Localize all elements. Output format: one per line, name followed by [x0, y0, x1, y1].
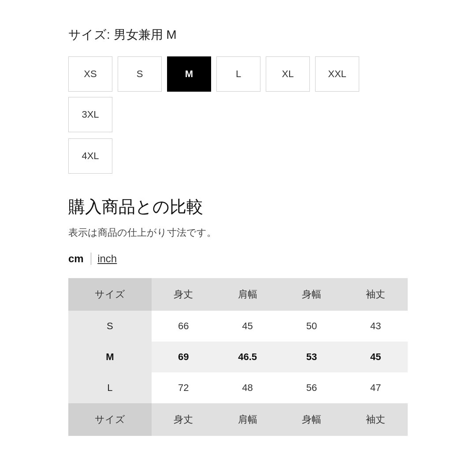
table-cell-value: 48 [216, 372, 279, 403]
table-row-highlighted: M 69 46.5 53 45 [68, 342, 408, 372]
table-footer-shoulder: 肩幅 [216, 403, 279, 436]
table-cell-size: S [68, 311, 152, 342]
size-button-row2: 4XL [68, 138, 408, 174]
size-btn-m[interactable]: M [167, 56, 211, 92]
table-cell-value: 45 [216, 311, 279, 342]
table-cell-value: 72 [152, 372, 216, 403]
table-cell-value: 47 [344, 372, 408, 403]
unit-inch-label[interactable]: inch [97, 253, 117, 265]
unit-selector: cm inch [68, 253, 408, 265]
size-btn-4xl[interactable]: 4XL [68, 138, 112, 174]
table-cell-value: 56 [279, 372, 343, 403]
section-title: 購入商品との比較 [68, 196, 408, 218]
unit-cm-label[interactable]: cm [68, 253, 91, 265]
table-cell-size: M [68, 342, 152, 372]
table-footer-size: サイズ [68, 403, 152, 436]
size-btn-3xl[interactable]: 3XL [68, 97, 112, 132]
table-cell-size: L [68, 372, 152, 403]
unit-divider [91, 253, 92, 265]
table-cell-value: 66 [152, 311, 216, 342]
table-cell-value: 45 [344, 342, 408, 372]
size-btn-s[interactable]: S [118, 56, 162, 92]
size-label: サイズ: 男女兼用 M [68, 26, 408, 43]
section-subtitle: 表示は商品の仕上がり寸法です。 [68, 226, 408, 239]
size-btn-l[interactable]: L [216, 56, 260, 92]
size-table: サイズ 身丈 肩幅 身幅 袖丈 S 66 45 50 43 M 69 46.5 … [68, 278, 408, 436]
table-row: S 66 45 50 43 [68, 311, 408, 342]
size-btn-xxl[interactable]: XXL [315, 56, 359, 92]
table-footer-row: サイズ 身丈 肩幅 身幅 袖丈 [68, 403, 408, 436]
table-header-sleeve: 袖丈 [344, 278, 408, 311]
table-row: L 72 48 56 47 [68, 372, 408, 403]
size-btn-xl[interactable]: XL [266, 56, 310, 92]
table-cell-value: 46.5 [216, 342, 279, 372]
table-footer-body-width: 身幅 [279, 403, 343, 436]
table-cell-value: 69 [152, 342, 216, 372]
table-cell-value: 43 [344, 311, 408, 342]
size-btn-xs[interactable]: XS [68, 56, 112, 92]
table-header-body-length: 身丈 [152, 278, 216, 311]
table-header-row: サイズ 身丈 肩幅 身幅 袖丈 [68, 278, 408, 311]
table-header-shoulder: 肩幅 [216, 278, 279, 311]
table-footer-sleeve: 袖丈 [344, 403, 408, 436]
table-header-body-width: 身幅 [279, 278, 343, 311]
table-cell-value: 50 [279, 311, 343, 342]
table-header-size: サイズ [68, 278, 152, 311]
size-button-group: XS S M L XL XXL 3XL [68, 56, 408, 132]
table-cell-value: 53 [279, 342, 343, 372]
table-footer-body-length: 身丈 [152, 403, 216, 436]
